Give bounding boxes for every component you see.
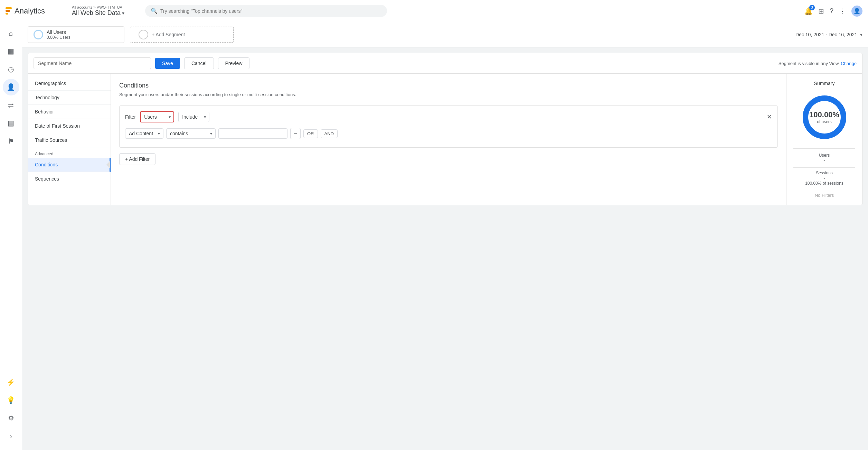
notification-button[interactable]: 🔔 3 (804, 7, 813, 15)
users-stat: Users - (793, 153, 855, 163)
cancel-button[interactable]: Cancel (184, 57, 214, 69)
app-title: Analytics (15, 7, 45, 16)
ad-content-wrapper: Ad Content (125, 128, 163, 139)
include-select[interactable]: Include Exclude (178, 112, 209, 122)
search-input[interactable] (160, 8, 381, 14)
segment-left-nav: Demographics Technology Behavior Date of… (28, 74, 111, 205)
sidebar-item-discover[interactable]: ⚡ (3, 374, 19, 391)
include-wrapper: Include Exclude (178, 112, 209, 122)
logo-area: Analytics (6, 7, 68, 16)
advanced-section-label: Advanced (28, 147, 111, 158)
change-link[interactable]: Change (841, 61, 857, 66)
more-icon: ⋮ (839, 7, 846, 15)
segment-circle-icon (34, 30, 43, 39)
sidebar-item-settings[interactable]: ⚙ (3, 410, 19, 426)
sidebar-item-home[interactable]: ⌂ (3, 25, 19, 42)
help-icon: ? (830, 7, 833, 15)
conditions-panel: Conditions Segment your users and/or the… (111, 74, 786, 205)
sessions-stat: Sessions - 100.00% of sessions (793, 171, 855, 186)
filter-row: Filter Users Sessions Include (125, 111, 772, 122)
user-avatar[interactable]: 👤 (851, 6, 862, 17)
sidebar-item-conversions[interactable]: ⚑ (3, 133, 19, 149)
sidebar-item-acquisition[interactable]: ⇌ (3, 97, 19, 113)
summary-panel: Summary 100.00% of users (786, 74, 862, 205)
nav-item-conditions[interactable]: Conditions (28, 158, 111, 172)
gear-icon: ⚙ (8, 414, 14, 422)
no-filters-text: No Filters (793, 193, 855, 198)
segment-name: All Users (47, 29, 70, 35)
editor-body: Demographics Technology Behavior Date of… (28, 74, 862, 205)
nav-icons: 🔔 3 ⊞ ? ⋮ 👤 (804, 6, 862, 17)
users-value: - (793, 158, 855, 163)
nav-item-date-of-first-session[interactable]: Date of First Session (28, 119, 111, 133)
donut-center-text: 100.00% of users (809, 110, 839, 124)
help-button[interactable]: ? (830, 7, 833, 15)
sidebar-item-audience[interactable]: 👤 (3, 79, 19, 95)
grid-icon: ⊞ (818, 7, 824, 15)
flag-icon: ⚑ (8, 137, 14, 145)
breadcrumb-main[interactable]: All Web Site Data ▾ (72, 9, 141, 17)
conditions-title: Conditions (119, 82, 778, 89)
top-navigation: Analytics All accounts > VWO-TTM_UA All … (0, 0, 868, 22)
left-sidebar: ⌂ ▦ ◷ 👤 ⇌ ▤ ⚑ ⚡ 💡 ⚙ (0, 22, 22, 450)
chevron-right-icon: › (10, 432, 12, 440)
grid-button[interactable]: ⊞ (818, 7, 824, 15)
sidebar-item-dashboard[interactable]: ▦ (3, 43, 19, 59)
remove-condition-button[interactable]: − (290, 128, 301, 139)
condition-row: Ad Content contains does not contain sta… (125, 128, 772, 139)
sidebar-item-reports[interactable]: ◷ (3, 61, 19, 77)
nav-item-sequences[interactable]: Sequences (28, 172, 111, 186)
search-bar[interactable]: 🔍 (145, 5, 387, 17)
home-icon: ⌂ (9, 29, 13, 37)
nav-item-demographics[interactable]: Demographics (28, 76, 111, 91)
donut-percentage: 100.00% (809, 110, 839, 119)
add-filter-button[interactable]: + Add Filter (119, 153, 155, 165)
contains-select[interactable]: contains does not contain starts with en… (166, 128, 216, 139)
nav-item-technology[interactable]: Technology (28, 91, 111, 105)
lightning-icon: ⚡ (7, 378, 15, 386)
date-range-text: Dec 10, 2021 - Dec 16, 2021 (795, 32, 857, 37)
sidebar-item-behavior[interactable]: ▤ (3, 115, 19, 131)
search-icon: 🔍 (151, 8, 158, 14)
more-button[interactable]: ⋮ (839, 7, 846, 15)
dashboard-icon: ▦ (8, 47, 14, 55)
date-range-arrow-icon: ▾ (860, 32, 862, 37)
bulb-icon: 💡 (7, 396, 15, 404)
dropdown-arrow-icon: ▾ (122, 10, 124, 16)
active-arrow-icon (106, 161, 110, 168)
breadcrumb-top: All accounts > VWO-TTM_UA (72, 5, 141, 9)
date-range-picker[interactable]: Dec 10, 2021 - Dec 16, 2021 ▾ (795, 32, 862, 37)
arrows-icon: ⇌ (8, 101, 14, 109)
segment-info: All Users 0.00% Users (47, 29, 70, 40)
users-filter-select[interactable]: Users Sessions (140, 111, 174, 122)
summary-title: Summary (793, 81, 855, 86)
main-layout: ⌂ ▦ ◷ 👤 ⇌ ▤ ⚑ ⚡ 💡 ⚙ (0, 22, 868, 450)
users-label: Users (793, 153, 855, 158)
clock-icon: ◷ (8, 65, 14, 73)
visibility-info: Segment is visible in any View Change (779, 61, 857, 66)
content-area: All Users 0.00% Users + Add Segment Dec … (22, 22, 868, 450)
account-name: All Web Site Data (72, 9, 121, 17)
close-filter-button[interactable]: ✕ (767, 113, 772, 121)
sidebar-item-insights[interactable]: 💡 (3, 392, 19, 408)
donut-chart: 100.00% of users (793, 93, 855, 141)
add-segment-label: + Add Segment (152, 32, 185, 37)
all-users-segment[interactable]: All Users 0.00% Users (28, 26, 124, 43)
segment-bar: All Users 0.00% Users + Add Segment Dec … (22, 22, 868, 47)
and-button[interactable]: AND (321, 129, 338, 138)
table-icon: ▤ (8, 119, 14, 127)
ad-content-select[interactable]: Ad Content (125, 128, 163, 139)
user-icon: 👤 (7, 83, 15, 91)
preview-button[interactable]: Preview (218, 57, 250, 69)
add-segment-button[interactable]: + Add Segment (130, 27, 234, 43)
nav-item-behavior[interactable]: Behavior (28, 105, 111, 119)
nav-item-traffic-sources[interactable]: Traffic Sources (28, 133, 111, 147)
users-filter-wrapper: Users Sessions (140, 111, 174, 122)
or-button[interactable]: OR (303, 129, 318, 138)
save-button[interactable]: Save (155, 58, 180, 69)
sidebar-expand-button[interactable]: › (3, 428, 19, 444)
breadcrumb: All accounts > VWO-TTM_UA All Web Site D… (72, 5, 141, 17)
summary-stats: Users - Sessions - 100.00% of sessions (793, 148, 855, 186)
segment-name-input[interactable] (34, 57, 151, 69)
condition-value-input[interactable] (218, 128, 287, 139)
